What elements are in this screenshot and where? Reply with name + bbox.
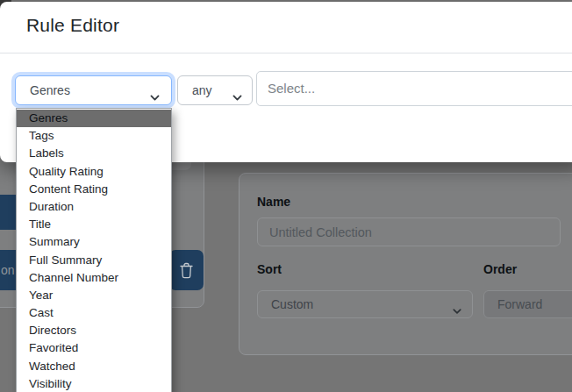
dropdown-option[interactable]: Genres (17, 110, 171, 127)
delete-collection-button[interactable] (169, 250, 204, 290)
dropdown-option[interactable]: Content Rating (17, 181, 171, 198)
dropdown-option[interactable]: Labels (17, 145, 171, 162)
collection-form-card: Name Sort Custom Order Forward (239, 173, 572, 355)
name-label: Name (257, 195, 290, 209)
collection-item-partial-label: on (1, 250, 15, 290)
dropdown-option[interactable]: Cast (17, 304, 171, 322)
dropdown-option[interactable]: Channel Number (17, 269, 171, 287)
value-picker-placeholder: Select... (268, 72, 315, 105)
sort-select-value: Custom (271, 297, 313, 311)
operator-select[interactable]: any (177, 75, 253, 105)
sort-label: Sort (257, 262, 282, 276)
modal-title: Rule Editor (26, 15, 119, 36)
field-select-value: Genres (30, 83, 70, 97)
dropdown-option[interactable]: Watched (17, 358, 171, 375)
sort-select[interactable]: Custom (257, 290, 473, 318)
modal-header: Rule Editor (0, 2, 572, 53)
value-picker[interactable]: Select... (256, 71, 572, 106)
dropdown-option[interactable]: Summary (17, 233, 171, 251)
chevron-down-icon (452, 299, 462, 325)
dropdown-option[interactable]: Directors (17, 322, 171, 339)
trash-icon (180, 262, 193, 279)
dropdown-option[interactable]: Visibility (17, 375, 171, 392)
chevron-down-icon (232, 85, 243, 113)
order-select[interactable]: Forward (483, 290, 572, 318)
dropdown-option[interactable]: Quality Rating (17, 163, 171, 181)
order-label: Order (483, 262, 517, 276)
field-select[interactable]: Genres (15, 75, 172, 105)
field-dropdown-list: GenresTagsLabelsQuality RatingContent Ra… (16, 108, 172, 392)
dropdown-option[interactable]: Tags (17, 127, 171, 145)
dropdown-option[interactable]: Favorited (17, 339, 171, 357)
dropdown-option[interactable]: Year (17, 287, 171, 304)
collection-name-input[interactable] (257, 217, 561, 246)
operator-select-value: any (192, 83, 212, 97)
dropdown-option[interactable]: Title (17, 216, 171, 233)
dropdown-option[interactable]: Duration (17, 198, 171, 216)
order-select-value: Forward (497, 297, 542, 311)
dropdown-option[interactable]: Full Summary (17, 252, 171, 269)
